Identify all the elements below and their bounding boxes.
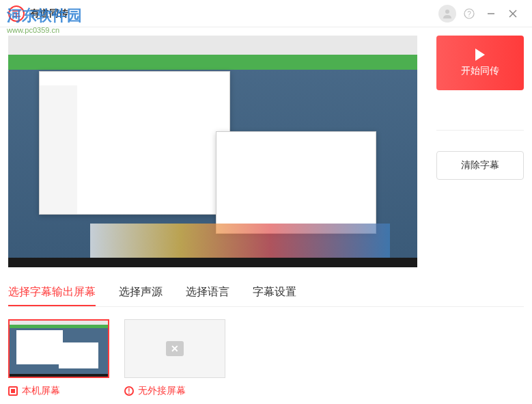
close-button[interactable] <box>502 3 524 25</box>
external-screen-label: 无外接屏幕 <box>138 385 186 397</box>
local-screen-label: 本机屏幕 <box>22 385 60 397</box>
app-logo-icon <box>8 5 25 22</box>
titlebar: 有道同传 ? <box>0 0 532 27</box>
local-screen-thumb[interactable] <box>8 319 109 378</box>
svg-point-1 <box>445 10 449 14</box>
tab-language[interactable]: 选择语言 <box>186 285 229 306</box>
divider <box>436 130 524 131</box>
play-icon <box>475 49 485 61</box>
selected-screen-icon <box>8 386 18 396</box>
help-icon[interactable]: ? <box>458 3 480 25</box>
settings-tabs: 选择字幕输出屏幕 选择声源 选择语言 字幕设置 <box>0 275 532 306</box>
screen-preview <box>8 36 417 267</box>
screen-item-local: 本机屏幕 <box>8 319 109 397</box>
screens-row: 本机屏幕 ✕ ! 无外接屏幕 <box>0 307 532 404</box>
external-screen-thumb: ✕ <box>124 319 225 378</box>
preview-column <box>8 36 425 267</box>
tab-subtitle-settings[interactable]: 字幕设置 <box>253 285 296 306</box>
warning-icon: ! <box>124 386 134 396</box>
clear-button-label: 清除字幕 <box>461 159 499 172</box>
start-button[interactable]: 开始同传 <box>436 36 524 90</box>
user-avatar[interactable] <box>436 3 458 25</box>
start-button-label: 开始同传 <box>461 65 499 77</box>
svg-text:?: ? <box>467 10 471 18</box>
main-area: 开始同传 清除字幕 <box>0 27 532 275</box>
clear-subtitles-button[interactable]: 清除字幕 <box>436 151 524 180</box>
no-screen-icon: ✕ <box>166 341 184 356</box>
tab-audio-source[interactable]: 选择声源 <box>119 285 163 306</box>
screen-item-external: ✕ ! 无外接屏幕 <box>124 319 225 397</box>
app-title: 有道同传 <box>30 8 68 20</box>
external-screen-label-row: ! 无外接屏幕 <box>124 385 186 397</box>
right-column: 开始同传 清除字幕 <box>436 36 524 267</box>
minimize-button[interactable] <box>480 3 502 25</box>
local-screen-label-row: 本机屏幕 <box>8 385 60 397</box>
tab-output-screen[interactable]: 选择字幕输出屏幕 <box>8 285 96 306</box>
